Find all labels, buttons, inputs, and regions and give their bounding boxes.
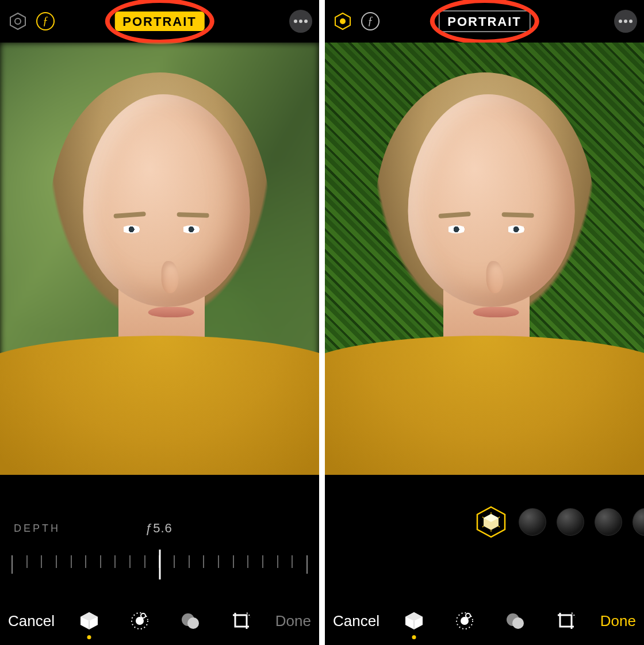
portrait-tool-button[interactable] [401, 608, 427, 634]
portrait-mode-badge[interactable]: PORTRAIT [114, 11, 204, 31]
portrait-lighting-icon[interactable] [332, 10, 354, 32]
portrait-lighting-picker[interactable] [325, 493, 644, 551]
f-stop-icon[interactable]: ƒ [34, 10, 56, 32]
lighting-option-stage-mono[interactable] [632, 508, 644, 536]
svg-point-13 [340, 18, 346, 24]
lighting-option-contour[interactable] [557, 508, 584, 536]
bottom-toolbar: Cancel Done [325, 597, 644, 645]
depth-control-row: DEPTH ƒ5.6 [0, 514, 319, 543]
screenshot-left: ƒ PORTRAIT [0, 0, 319, 645]
svg-point-32 [512, 617, 524, 629]
active-tool-indicator [87, 635, 91, 639]
photo-subject [325, 43, 644, 475]
cancel-button[interactable]: Cancel [8, 612, 55, 630]
cancel-button[interactable]: Cancel [333, 612, 379, 630]
photo-preview[interactable] [0, 43, 319, 475]
more-button[interactable] [614, 10, 637, 33]
more-icon [619, 20, 632, 23]
svg-point-1 [15, 18, 21, 24]
svg-marker-0 [10, 13, 25, 29]
f-stop-icon[interactable]: ƒ [359, 10, 381, 32]
depth-slider[interactable] [0, 547, 319, 582]
portrait-badge-wrap: PORTRAIT [114, 11, 204, 31]
svg-marker-16 [477, 507, 505, 537]
portrait-tool-button[interactable] [76, 608, 102, 634]
depth-label: DEPTH [14, 523, 60, 535]
portrait-lighting-icon[interactable] [7, 10, 29, 32]
svg-point-30 [466, 613, 470, 618]
svg-text:ƒ: ƒ [43, 14, 48, 27]
depth-value: ƒ5.6 [145, 521, 172, 536]
lighting-option-studio[interactable] [519, 508, 546, 536]
photo-subject [0, 43, 319, 475]
photo-preview[interactable] [325, 43, 644, 475]
more-icon [294, 20, 308, 23]
portrait-mode-badge[interactable]: PORTRAIT [438, 10, 530, 32]
svg-point-11 [187, 617, 199, 629]
lighting-option-natural[interactable] [474, 505, 508, 539]
bottom-toolbar: Cancel Done [0, 597, 319, 645]
more-button[interactable] [289, 10, 312, 33]
adjust-tool-button[interactable] [127, 608, 152, 634]
active-tool-indicator [412, 635, 416, 639]
top-bar: ƒ PORTRAIT [325, 0, 644, 43]
crop-tool-button[interactable] [228, 608, 254, 634]
done-button[interactable]: Done [600, 612, 636, 630]
top-bar: ƒ PORTRAIT [0, 0, 319, 43]
depth-slider-cursor[interactable] [159, 550, 160, 579]
svg-text:ƒ: ƒ [367, 14, 373, 27]
adjust-tool-button[interactable] [452, 608, 477, 634]
filters-tool-button[interactable] [503, 608, 528, 634]
portrait-badge-wrap: PORTRAIT [438, 10, 530, 32]
done-button[interactable]: Done [275, 612, 311, 630]
crop-tool-button[interactable] [553, 608, 578, 634]
lighting-option-stage[interactable] [595, 508, 622, 536]
screenshot-right: ƒ PORTRAIT [325, 0, 644, 645]
svg-point-9 [141, 613, 145, 618]
filters-tool-button[interactable] [178, 608, 203, 634]
